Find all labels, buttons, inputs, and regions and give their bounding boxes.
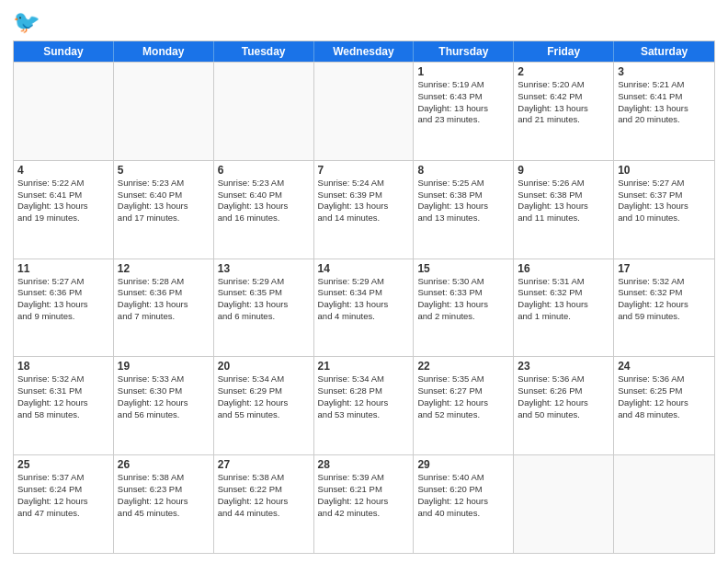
day-info: Sunrise: 5:36 AMSunset: 6:26 PMDaylight:… bbox=[518, 373, 609, 420]
cal-cell bbox=[214, 63, 314, 160]
day-number: 7 bbox=[318, 164, 410, 177]
day-number: 10 bbox=[618, 164, 711, 177]
day-info: Sunrise: 5:33 AMSunset: 6:30 PMDaylight:… bbox=[118, 373, 210, 420]
cal-cell: 13Sunrise: 5:29 AMSunset: 6:35 PMDayligh… bbox=[214, 259, 314, 357]
day-number: 1 bbox=[417, 65, 509, 78]
day-number: 3 bbox=[618, 65, 711, 78]
cal-cell bbox=[114, 63, 214, 160]
cal-cell: 19Sunrise: 5:33 AMSunset: 6:30 PMDayligh… bbox=[114, 357, 214, 454]
day-info: Sunrise: 5:24 AMSunset: 6:39 PMDaylight:… bbox=[318, 178, 410, 224]
cal-cell: 5Sunrise: 5:23 AMSunset: 6:40 PMDaylight… bbox=[114, 161, 214, 259]
day-number: 12 bbox=[118, 262, 210, 275]
day-info: Sunrise: 5:40 AMSunset: 6:20 PMDaylight:… bbox=[417, 472, 509, 519]
day-info: Sunrise: 5:34 AMSunset: 6:28 PMDaylight:… bbox=[318, 373, 410, 420]
day-info: Sunrise: 5:25 AMSunset: 6:38 PMDaylight:… bbox=[417, 178, 509, 224]
day-info: Sunrise: 5:22 AMSunset: 6:41 PMDaylight:… bbox=[17, 178, 109, 224]
day-number: 19 bbox=[118, 360, 210, 373]
day-number: 24 bbox=[618, 360, 711, 373]
cal-cell: 29Sunrise: 5:40 AMSunset: 6:20 PMDayligh… bbox=[414, 455, 514, 553]
cal-cell: 4Sunrise: 5:22 AMSunset: 6:41 PMDaylight… bbox=[14, 161, 114, 259]
day-info: Sunrise: 5:38 AMSunset: 6:23 PMDaylight:… bbox=[118, 472, 210, 519]
cal-cell: 11Sunrise: 5:27 AMSunset: 6:36 PMDayligh… bbox=[14, 259, 114, 357]
day-info: Sunrise: 5:28 AMSunset: 6:36 PMDaylight:… bbox=[118, 276, 210, 323]
cal-cell: 10Sunrise: 5:27 AMSunset: 6:37 PMDayligh… bbox=[614, 161, 714, 259]
cal-cell: 27Sunrise: 5:38 AMSunset: 6:22 PMDayligh… bbox=[214, 455, 314, 553]
cal-cell: 15Sunrise: 5:30 AMSunset: 6:33 PMDayligh… bbox=[414, 259, 514, 357]
day-info: Sunrise: 5:36 AMSunset: 6:25 PMDaylight:… bbox=[618, 373, 711, 420]
day-number: 9 bbox=[518, 164, 609, 177]
day-number: 8 bbox=[417, 164, 509, 177]
cal-row-3: 18Sunrise: 5:32 AMSunset: 6:31 PMDayligh… bbox=[14, 356, 714, 454]
day-number: 28 bbox=[318, 458, 410, 471]
cal-cell: 7Sunrise: 5:24 AMSunset: 6:39 PMDaylight… bbox=[314, 161, 415, 259]
weekday-header-sunday: Sunday bbox=[14, 41, 114, 62]
cal-cell: 16Sunrise: 5:31 AMSunset: 6:32 PMDayligh… bbox=[514, 259, 614, 357]
weekday-header-saturday: Saturday bbox=[614, 41, 714, 62]
cal-cell: 18Sunrise: 5:32 AMSunset: 6:31 PMDayligh… bbox=[14, 357, 114, 454]
day-number: 18 bbox=[17, 360, 109, 373]
cal-cell: 3Sunrise: 5:21 AMSunset: 6:41 PMDaylight… bbox=[614, 63, 714, 160]
day-number: 5 bbox=[118, 164, 210, 177]
cal-cell: 9Sunrise: 5:26 AMSunset: 6:38 PMDaylight… bbox=[514, 161, 614, 259]
day-info: Sunrise: 5:29 AMSunset: 6:34 PMDaylight:… bbox=[318, 276, 410, 323]
cal-cell: 1Sunrise: 5:19 AMSunset: 6:43 PMDaylight… bbox=[414, 63, 514, 160]
cal-cell bbox=[614, 455, 714, 553]
cal-cell: 28Sunrise: 5:39 AMSunset: 6:21 PMDayligh… bbox=[314, 455, 415, 553]
day-info: Sunrise: 5:37 AMSunset: 6:24 PMDaylight:… bbox=[17, 472, 109, 519]
day-number: 11 bbox=[17, 262, 109, 275]
day-info: Sunrise: 5:27 AMSunset: 6:36 PMDaylight:… bbox=[17, 276, 109, 323]
day-number: 25 bbox=[17, 458, 109, 471]
svg-text:🐦: 🐦 bbox=[13, 9, 39, 35]
day-number: 15 bbox=[417, 262, 509, 275]
calendar: SundayMondayTuesdayWednesdayThursdayFrid… bbox=[13, 40, 715, 554]
weekday-header-monday: Monday bbox=[114, 41, 214, 62]
day-info: Sunrise: 5:27 AMSunset: 6:37 PMDaylight:… bbox=[618, 178, 711, 224]
calendar-body: 1Sunrise: 5:19 AMSunset: 6:43 PMDaylight… bbox=[14, 62, 714, 553]
day-info: Sunrise: 5:35 AMSunset: 6:27 PMDaylight:… bbox=[417, 373, 509, 420]
day-info: Sunrise: 5:31 AMSunset: 6:32 PMDaylight:… bbox=[518, 276, 609, 323]
day-info: Sunrise: 5:23 AMSunset: 6:40 PMDaylight:… bbox=[218, 178, 310, 224]
cal-cell: 23Sunrise: 5:36 AMSunset: 6:26 PMDayligh… bbox=[514, 357, 614, 454]
cal-row-4: 25Sunrise: 5:37 AMSunset: 6:24 PMDayligh… bbox=[14, 454, 714, 553]
cal-cell: 2Sunrise: 5:20 AMSunset: 6:42 PMDaylight… bbox=[514, 63, 614, 160]
cal-cell: 8Sunrise: 5:25 AMSunset: 6:38 PMDaylight… bbox=[414, 161, 514, 259]
cal-cell: 24Sunrise: 5:36 AMSunset: 6:25 PMDayligh… bbox=[614, 357, 714, 454]
day-number: 16 bbox=[518, 262, 609, 275]
day-number: 2 bbox=[518, 65, 609, 78]
cal-row-0: 1Sunrise: 5:19 AMSunset: 6:43 PMDaylight… bbox=[14, 62, 714, 160]
day-number: 23 bbox=[518, 360, 609, 373]
weekday-header-friday: Friday bbox=[514, 41, 614, 62]
cal-cell: 21Sunrise: 5:34 AMSunset: 6:28 PMDayligh… bbox=[314, 357, 415, 454]
logo: 🐦 bbox=[13, 9, 42, 35]
day-info: Sunrise: 5:26 AMSunset: 6:38 PMDaylight:… bbox=[518, 178, 609, 224]
day-number: 27 bbox=[218, 458, 310, 471]
day-number: 22 bbox=[417, 360, 509, 373]
day-info: Sunrise: 5:21 AMSunset: 6:41 PMDaylight:… bbox=[618, 79, 711, 126]
day-number: 26 bbox=[118, 458, 210, 471]
day-number: 21 bbox=[318, 360, 410, 373]
day-number: 17 bbox=[618, 262, 711, 275]
day-info: Sunrise: 5:38 AMSunset: 6:22 PMDaylight:… bbox=[218, 472, 310, 519]
cal-row-2: 11Sunrise: 5:27 AMSunset: 6:36 PMDayligh… bbox=[14, 259, 714, 357]
page: 🐦 SundayMondayTuesdayWednesdayThursdayFr… bbox=[0, 0, 728, 563]
day-number: 13 bbox=[218, 262, 310, 275]
weekday-header-tuesday: Tuesday bbox=[214, 41, 314, 62]
cal-cell: 6Sunrise: 5:23 AMSunset: 6:40 PMDaylight… bbox=[214, 161, 314, 259]
cal-cell: 20Sunrise: 5:34 AMSunset: 6:29 PMDayligh… bbox=[214, 357, 314, 454]
day-info: Sunrise: 5:23 AMSunset: 6:40 PMDaylight:… bbox=[118, 178, 210, 224]
cal-cell bbox=[314, 63, 415, 160]
day-number: 4 bbox=[17, 164, 109, 177]
day-info: Sunrise: 5:19 AMSunset: 6:43 PMDaylight:… bbox=[417, 79, 509, 126]
weekday-header-wednesday: Wednesday bbox=[314, 41, 415, 62]
day-number: 6 bbox=[218, 164, 310, 177]
header: 🐦 bbox=[13, 9, 715, 35]
day-number: 20 bbox=[218, 360, 310, 373]
cal-cell bbox=[514, 455, 614, 553]
cal-cell: 12Sunrise: 5:28 AMSunset: 6:36 PMDayligh… bbox=[114, 259, 214, 357]
day-info: Sunrise: 5:29 AMSunset: 6:35 PMDaylight:… bbox=[218, 276, 310, 323]
cal-cell: 14Sunrise: 5:29 AMSunset: 6:34 PMDayligh… bbox=[314, 259, 415, 357]
cal-cell: 26Sunrise: 5:38 AMSunset: 6:23 PMDayligh… bbox=[114, 455, 214, 553]
day-info: Sunrise: 5:39 AMSunset: 6:21 PMDaylight:… bbox=[318, 472, 410, 519]
day-info: Sunrise: 5:32 AMSunset: 6:31 PMDaylight:… bbox=[17, 373, 109, 420]
calendar-header: SundayMondayTuesdayWednesdayThursdayFrid… bbox=[14, 41, 714, 62]
